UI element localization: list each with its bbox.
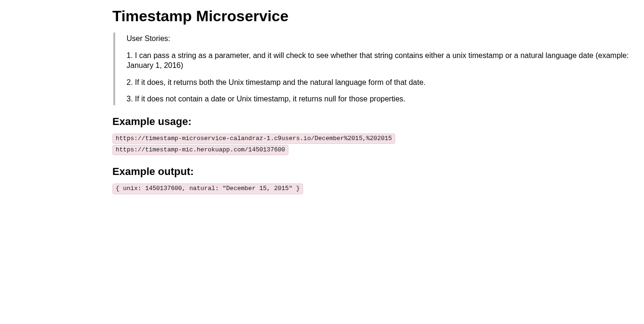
user-stories-heading: User Stories: <box>127 33 639 44</box>
page-title: Timestamp Microservice <box>112 8 639 25</box>
user-story-item: 3. If it does not contain a date or Unix… <box>127 94 639 104</box>
example-output-block: { unix: 1450137600, natural: "December 1… <box>112 183 639 194</box>
user-story-item: 2. If it does, it returns both the Unix … <box>127 77 639 88</box>
example-usage-block: https://timestamp-microservice-calandraz… <box>112 133 639 155</box>
example-usage-line: https://timestamp-microservice-calandraz… <box>112 133 395 144</box>
example-usage-heading: Example usage: <box>112 116 639 128</box>
example-output-line: { unix: 1450137600, natural: "December 1… <box>112 183 303 194</box>
user-story-item: 1. I can pass a string as a parameter, a… <box>127 50 639 71</box>
user-stories-block: User Stories: 1. I can pass a string as … <box>113 33 639 105</box>
example-usage-line: https://timestamp-mic.herokuapp.com/1450… <box>112 145 288 155</box>
example-output-heading: Example output: <box>112 166 639 178</box>
